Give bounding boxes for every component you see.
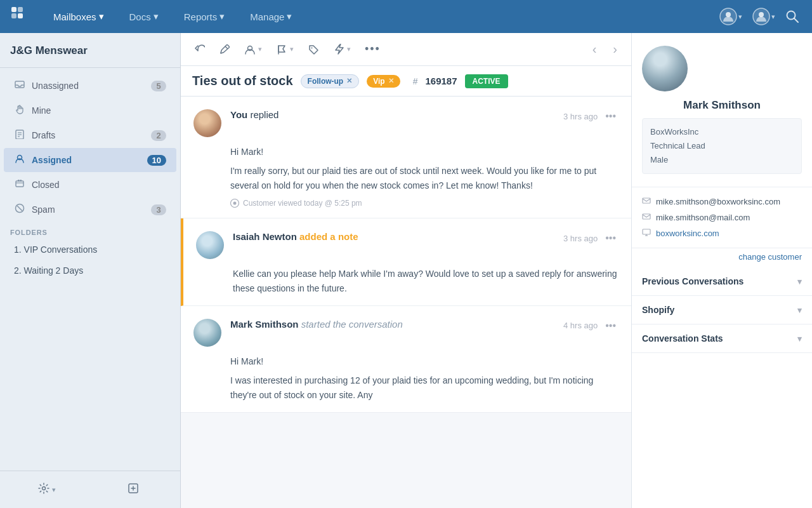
notifications-icon[interactable]: ▾ bbox=[750, 5, 778, 28]
prev-conversation-button[interactable]: ‹ bbox=[587, 39, 602, 59]
sidebar-item-assigned[interactable]: Assigned 10 bbox=[4, 148, 176, 172]
sidebar-item-drafts[interactable]: Drafts 2 bbox=[4, 123, 176, 147]
hand-icon bbox=[14, 104, 25, 117]
svg-rect-31 bbox=[643, 198, 650, 203]
message-2-sender: Isaiah Newton added a note bbox=[233, 231, 358, 242]
accordion-conv-stats: Conversation Stats ▾ bbox=[632, 324, 812, 353]
sidebar-item-drafts-count: 2 bbox=[151, 130, 166, 141]
sidebar-folder-vip[interactable]: 1. VIP Conversations bbox=[4, 239, 176, 260]
settings-button[interactable]: ▾ bbox=[5, 478, 89, 502]
nav-mailboxes[interactable]: Mailboxes ▾ bbox=[48, 8, 109, 25]
nav-manage[interactable]: Manage ▾ bbox=[245, 8, 297, 25]
avatar-you bbox=[193, 109, 221, 137]
tag-button[interactable] bbox=[304, 41, 323, 58]
customer-name: Mark Smithson bbox=[642, 99, 802, 112]
message-1: You replied 3 hrs ago ••• Hi Mark! I'm r… bbox=[181, 97, 631, 218]
flag-button[interactable]: ▾ bbox=[272, 41, 298, 58]
sidebar-item-closed[interactable]: Closed bbox=[4, 173, 176, 197]
assigned-icon bbox=[14, 154, 25, 166]
main-layout: J&G Menswear Unassigned 5 Mine bbox=[0, 33, 812, 508]
closed-icon bbox=[14, 178, 25, 191]
message-2-body: Kellie can you please help Mark while I'… bbox=[233, 267, 619, 295]
conv-stats-chevron-icon: ▾ bbox=[797, 334, 802, 344]
sidebar-item-spam-label: Spam bbox=[32, 204, 145, 215]
svg-rect-33 bbox=[643, 229, 650, 234]
accordion-prev-conversations-header[interactable]: Previous Conversations ▾ bbox=[632, 267, 812, 295]
conversation-id: 169187 bbox=[425, 76, 457, 86]
sidebar-item-spam[interactable]: Spam 3 bbox=[4, 197, 176, 222]
tag-followup[interactable]: Follow-up ✕ bbox=[301, 74, 360, 88]
compose-button[interactable] bbox=[91, 478, 175, 502]
svg-rect-16 bbox=[16, 181, 23, 187]
message-1-body: Hi Mark! I'm really sorry, but our plaid… bbox=[230, 145, 619, 192]
flag-chevron-icon: ▾ bbox=[290, 45, 294, 53]
message-1-menu[interactable]: ••• bbox=[603, 109, 619, 123]
message-3-menu[interactable]: ••• bbox=[603, 319, 619, 333]
nav-reports-label: Reports bbox=[184, 11, 218, 22]
more-button[interactable]: ••• bbox=[361, 40, 384, 58]
message-2-meta: Isaiah Newton added a note bbox=[233, 231, 554, 243]
undo-button[interactable] bbox=[190, 41, 209, 58]
edit-button[interactable] bbox=[215, 41, 234, 58]
change-customer-button[interactable]: change customer bbox=[738, 252, 802, 262]
sidebar-folder-waiting[interactable]: 2. Waiting 2 Days bbox=[4, 260, 176, 281]
message-3-time-area: 4 hrs ago ••• bbox=[563, 319, 619, 333]
nav-docs-chevron: ▾ bbox=[154, 11, 159, 22]
nav-mailboxes-chevron: ▾ bbox=[99, 11, 104, 22]
gear-icon bbox=[38, 483, 49, 497]
assign-chevron-icon: ▾ bbox=[258, 45, 262, 53]
sidebar-item-unassigned-count: 5 bbox=[151, 81, 166, 91]
more-icon: ••• bbox=[365, 43, 381, 56]
message-3-meta: Mark Smithson started the conversation bbox=[230, 319, 554, 330]
search-icon[interactable] bbox=[783, 7, 802, 26]
svg-line-25 bbox=[225, 46, 228, 49]
message-2-menu[interactable]: ••• bbox=[603, 231, 619, 245]
next-conversation-button[interactable]: › bbox=[608, 39, 622, 59]
chevron-right-icon: › bbox=[613, 42, 617, 56]
customer-website[interactable]: boxworksinc.com bbox=[656, 229, 719, 238]
user-avatar-icon[interactable]: ▾ bbox=[717, 5, 745, 28]
assign-button[interactable]: ▾ bbox=[240, 41, 266, 58]
sidebar-item-mine[interactable]: Mine bbox=[4, 98, 176, 123]
nav-reports[interactable]: Reports ▾ bbox=[179, 8, 230, 25]
sidebar-item-assigned-count: 10 bbox=[147, 155, 166, 166]
vip-remove-icon[interactable]: ✕ bbox=[388, 77, 394, 85]
message-1-time-area: 3 hrs ago ••• bbox=[563, 109, 619, 123]
email-icon-1 bbox=[642, 196, 651, 207]
compose-icon bbox=[128, 483, 139, 497]
svg-rect-17 bbox=[18, 180, 20, 182]
monitor-icon bbox=[642, 228, 651, 239]
accordion-shopify: Shopify ▾ bbox=[632, 296, 812, 324]
inbox-icon bbox=[14, 79, 25, 92]
customer-email-section: mike.smithson@boxworksinc.com mike.smith… bbox=[632, 187, 812, 248]
nav-docs-label: Docs bbox=[129, 11, 151, 22]
message-3-time: 4 hrs ago bbox=[563, 321, 598, 330]
notifications-chevron-icon: ▾ bbox=[771, 13, 775, 21]
svg-point-21 bbox=[43, 487, 46, 490]
conv-stats-label: Conversation Stats bbox=[642, 333, 723, 344]
sidebar: J&G Menswear Unassigned 5 Mine bbox=[0, 33, 181, 508]
accordion-conv-stats-header[interactable]: Conversation Stats ▾ bbox=[632, 324, 812, 352]
sidebar-nav: Unassigned 5 Mine Drafts 2 bbox=[0, 68, 180, 471]
nav-docs[interactable]: Docs ▾ bbox=[124, 8, 164, 25]
sidebar-brand: J&G Menswear bbox=[0, 33, 180, 68]
conversation-messages: You replied 3 hrs ago ••• Hi Mark! I'm r… bbox=[181, 97, 631, 508]
prev-conversations-label: Previous Conversations bbox=[642, 276, 743, 286]
email-text-2: mike.smithson@mail.com bbox=[656, 213, 750, 222]
nav-reports-chevron: ▾ bbox=[219, 11, 225, 22]
accordion-shopify-header[interactable]: Shopify ▾ bbox=[632, 296, 812, 324]
email-row-2: mike.smithson@mail.com bbox=[642, 210, 802, 225]
customer-avatar bbox=[642, 46, 688, 91]
followup-remove-icon[interactable]: ✕ bbox=[346, 77, 352, 85]
customer-viewed-text: Customer viewed today @ 5:25 pm bbox=[243, 199, 362, 208]
action-button[interactable]: ▾ bbox=[329, 41, 355, 58]
customer-profile: Mark Smithson BoxWorksInc Technical Lead… bbox=[632, 33, 812, 187]
message-3-body: Hi Mark! I was interested in purchasing … bbox=[230, 354, 619, 402]
shopify-chevron-icon: ▾ bbox=[797, 305, 802, 315]
sidebar-item-unassigned[interactable]: Unassigned 5 bbox=[4, 74, 176, 98]
followup-label: Follow-up bbox=[308, 77, 344, 86]
tag-vip[interactable]: Vip ✕ bbox=[367, 75, 400, 88]
prev-conversations-chevron-icon: ▾ bbox=[797, 277, 802, 286]
sidebar-footer: ▾ bbox=[0, 471, 180, 508]
conversation-title: Ties out of stock bbox=[192, 74, 293, 88]
